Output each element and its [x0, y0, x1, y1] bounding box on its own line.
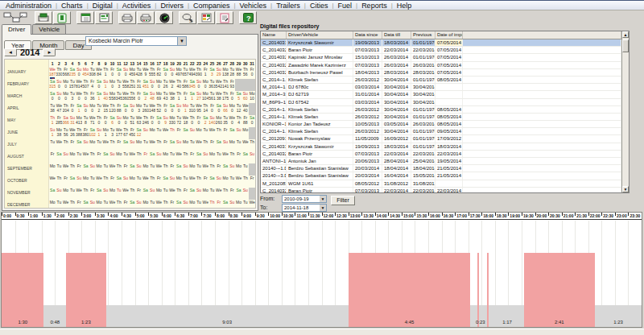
calendar-day-cell[interactable]: Mo104 — [202, 91, 208, 103]
calendar-day-cell[interactable]: Sa6 — [109, 115, 115, 127]
calendar-day-cell[interactable]: Tu3 — [116, 79, 122, 91]
table-scrollbar[interactable]: ▲ ▼ — [621, 31, 629, 192]
calendar-day-cell[interactable]: We — [196, 139, 202, 151]
calendar-day-cell[interactable]: Tu26 — [163, 79, 169, 91]
calendar-day-cell[interactable]: We — [202, 163, 208, 176]
calendar-day-cell[interactable]: We — [142, 176, 149, 188]
column-header[interactable]: Name — [261, 31, 287, 39]
calendar-day-cell[interactable]: Tu428 — [135, 67, 142, 79]
calendar-day-cell[interactable]: We18 — [182, 115, 188, 127]
calendar-day-cell[interactable]: We — [149, 139, 155, 151]
calendar-day-cell[interactable]: Fr1 — [202, 67, 208, 79]
calendar-day-cell[interactable]: Mo — [49, 163, 56, 176]
calendar-day-cell[interactable]: We — [63, 200, 69, 209]
calendar-day-cell[interactable]: Sa — [122, 139, 129, 151]
calendar-day-cell[interactable]: Fr — [163, 139, 169, 151]
calendar-day-cell[interactable]: Su140 — [208, 115, 215, 127]
table-row[interactable]: C_20140322_2Baran Piotr07/03/201322/03/2… — [261, 188, 621, 192]
calendar-day-cell[interactable]: Th — [222, 188, 229, 200]
calendar-day-cell[interactable]: Mo — [242, 127, 249, 139]
calendar-day-cell[interactable]: Fr82 — [155, 67, 162, 79]
calendar-day-cell[interactable]: Th — [196, 176, 202, 188]
calendar-day-cell[interactable]: Mo — [69, 151, 76, 163]
calendar-day-cell[interactable]: Su — [155, 151, 162, 163]
calendar-day-cell[interactable]: Su — [135, 163, 142, 176]
calendar-day-cell[interactable]: Mo — [109, 188, 115, 200]
calendar-day-cell[interactable]: Fr0 — [163, 103, 169, 115]
calendar-day-cell[interactable]: Th — [175, 188, 182, 200]
calendar-day-cell[interactable]: Su0 — [196, 79, 202, 91]
calendar-day-cell[interactable]: Su — [202, 151, 208, 163]
calendar-day-cell[interactable]: Su1 — [102, 79, 109, 91]
calendar-day-cell[interactable]: Mo — [196, 127, 202, 139]
calendar-day-cell[interactable]: Sa — [222, 200, 229, 209]
activities-form-button[interactable] — [95, 11, 113, 24]
calendar-day-cell[interactable]: Th — [82, 188, 89, 200]
calendar-day-cell[interactable]: Th1 — [175, 91, 182, 103]
column-header[interactable]: Data till — [382, 31, 411, 39]
filter-button[interactable]: Filter — [331, 196, 355, 205]
calendar-day-cell[interactable]: Mo497 — [175, 67, 182, 79]
calendar-day-cell[interactable]: Mo69 — [155, 91, 162, 103]
calendar-day-cell[interactable]: Th — [208, 163, 215, 176]
calendar-day-cell[interactable]: We494 — [189, 67, 196, 79]
table-row[interactable]: C_20140318_0Krzyszczak Slawomir19/09/201… — [261, 39, 621, 47]
calendar-day-cell[interactable]: Tu — [189, 139, 196, 151]
calendar-day-cell[interactable]: Sa — [142, 188, 149, 200]
calendar-day-cell[interactable]: Mo0 — [89, 103, 96, 115]
calendar-day-cell[interactable]: Su — [89, 163, 96, 176]
calendar-day-cell[interactable]: Fr — [76, 200, 82, 209]
menu-item-charts[interactable]: Charts — [58, 2, 86, 10]
calendar-day-cell[interactable]: Th — [89, 151, 96, 163]
calendar-day-cell[interactable]: We360 — [122, 91, 129, 103]
calendar-day-cell[interactable]: Su1 — [49, 127, 56, 139]
calendar-day-cell[interactable]: Th175 — [222, 91, 229, 103]
calendar-day-cell[interactable]: We — [122, 188, 129, 200]
calendar-day-cell[interactable]: Tu8 — [82, 115, 89, 127]
calendar-day-cell[interactable]: Mo — [135, 139, 142, 151]
calendar-day-cell[interactable]: Mo — [96, 163, 102, 176]
calendar-day-cell[interactable]: Th — [135, 151, 142, 163]
calendar-day-cell[interactable]: Tu — [149, 200, 155, 209]
calendar-day-cell[interactable]: Th4 — [235, 115, 242, 127]
calendar-day-cell[interactable]: Sa3 — [208, 67, 215, 79]
calendar-day-cell[interactable]: We95 — [196, 103, 202, 115]
calendar-day-cell[interactable]: Mo38 — [56, 127, 62, 139]
calendar-day-cell[interactable]: Su0 — [76, 67, 82, 79]
prev-year-button[interactable]: ◄ — [4, 48, 17, 56]
menu-item-vehicles[interactable]: Vehicles — [237, 2, 270, 10]
calendar-day-cell[interactable]: Su — [76, 176, 82, 188]
calendar-day-cell[interactable]: We177 — [116, 127, 122, 139]
scroll-down-icon[interactable]: ▼ — [622, 186, 629, 192]
calendar-day-cell[interactable]: Mo1 — [182, 103, 188, 115]
calendar-day-cell[interactable]: Tu56 — [63, 127, 69, 139]
calendar-day-cell[interactable]: Fr1 — [182, 91, 188, 103]
calendar-day-cell[interactable]: Tu — [69, 188, 76, 200]
calendar-day-cell[interactable]: Fr — [182, 188, 188, 200]
calendar-day-cell[interactable]: Su — [175, 139, 182, 151]
calendar-day-cell[interactable]: Tu — [163, 188, 169, 200]
calendar-day-cell[interactable]: Tu — [122, 151, 129, 163]
calendar-day-cell[interactable]: Su — [182, 163, 188, 176]
calendar-day-cell[interactable]: Tu51 — [129, 115, 135, 127]
calendar-day-cell[interactable]: Mo0 — [155, 79, 162, 91]
calendar-day-cell[interactable]: Sa0 — [116, 67, 122, 79]
calendar-day-cell[interactable]: Fr31 — [135, 79, 142, 91]
calendar-day-cell[interactable]: Tu43 — [163, 91, 169, 103]
table-row[interactable]: C_20140322_2Baran Piotr07/03/201322/03/2… — [261, 151, 621, 158]
table-row[interactable]: KONIOR~1.DDKonior Jan Tadeusz10/05/20130… — [261, 121, 621, 128]
table-row[interactable]: 20140-~1.DDDBerdzo Sebastian Stanislaw20… — [261, 165, 621, 172]
calendar-day-cell[interactable]: We — [169, 188, 175, 200]
calendar-day-cell[interactable]: We — [96, 176, 102, 188]
table-row[interactable]: M_86P9~1.DDDJ 6754203/03/201430/04/20143… — [261, 99, 621, 106]
calendar-day-cell[interactable]: Fr — [116, 139, 122, 151]
calendar-day-cell[interactable]: Sa — [208, 176, 215, 188]
menu-item-cities[interactable]: Cities — [307, 2, 332, 10]
calendar-day-cell[interactable]: Sa1 — [96, 91, 102, 103]
calendar-day-cell[interactable]: We2 — [169, 79, 175, 91]
calendar-day-cell[interactable]: Fr380 — [82, 127, 89, 139]
calendar-day-cell[interactable]: Tu — [242, 163, 249, 176]
calendar-day-cell[interactable]: Mo454 — [82, 67, 89, 79]
calendar-button[interactable] — [76, 11, 94, 24]
calendar-day-cell[interactable]: Mo558 — [109, 91, 115, 103]
